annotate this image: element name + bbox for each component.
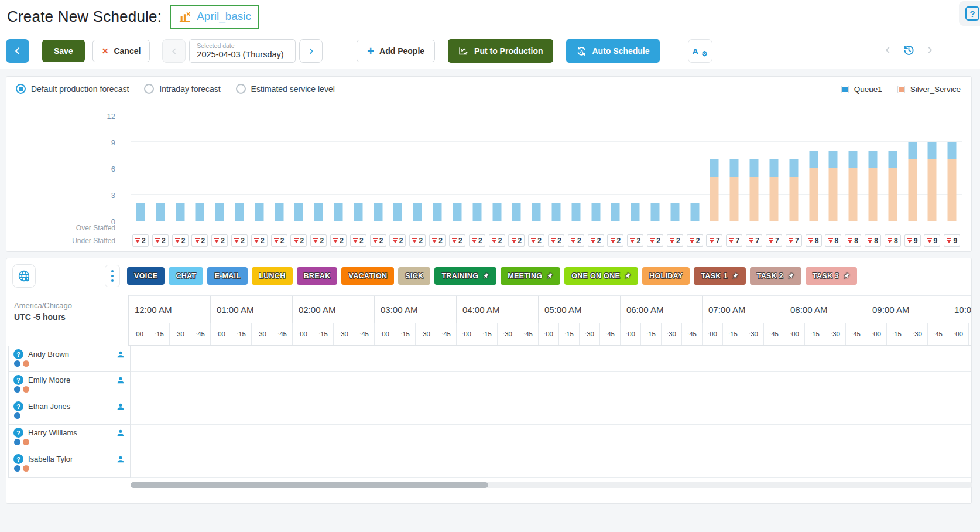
understaffed-cell[interactable]: 2 <box>271 234 287 247</box>
understaffed-cell[interactable]: 2 <box>330 234 347 247</box>
activity-holiday[interactable]: HOLIDAY <box>642 267 690 285</box>
activity-lunch[interactable]: LUNCH <box>252 267 292 285</box>
understaffed-cell[interactable]: 2 <box>389 234 406 247</box>
understaffed-cell[interactable]: 2 <box>370 234 386 247</box>
person-icon[interactable] <box>116 376 125 385</box>
understaffed-cell[interactable]: 9 <box>944 234 960 247</box>
understaffed-cell[interactable]: 7 <box>786 234 802 247</box>
activity-task-2[interactable]: TASK 2 <box>750 267 801 285</box>
employee-name-cell[interactable]: Isabella Tylor <box>8 451 131 478</box>
understaffed-cell[interactable]: 8 <box>825 234 841 247</box>
employee-name-cell[interactable]: Harry Williams <box>8 425 131 451</box>
legend-item-silver-service[interactable]: Silver_Service <box>897 85 961 94</box>
understaffed-cell[interactable]: 2 <box>231 234 248 247</box>
history-icon[interactable] <box>902 43 916 59</box>
activity-one-on-one[interactable]: ONE ON ONE <box>564 267 638 285</box>
employee-schedule-cell[interactable] <box>131 346 971 372</box>
understaffed-cell[interactable]: 2 <box>152 234 169 247</box>
activity-task-3[interactable]: TASK 3 <box>806 267 857 285</box>
person-icon[interactable] <box>116 402 125 411</box>
schedule-name-box[interactable]: April_basic <box>170 5 259 29</box>
activity-e-mail[interactable]: E-MAIL <box>207 267 248 285</box>
understaffed-cell[interactable]: 2 <box>687 234 703 247</box>
back-button[interactable] <box>6 39 29 63</box>
add-people-button[interactable]: Add People <box>357 40 435 62</box>
activity-sick[interactable]: SICK <box>398 267 430 285</box>
agent-settings-button[interactable] <box>688 39 712 63</box>
understaffed-cell[interactable]: 2 <box>627 234 643 247</box>
understaffed-cell[interactable]: 2 <box>409 234 426 247</box>
understaffed-cell[interactable]: 2 <box>290 234 307 247</box>
understaffed-cell[interactable]: 2 <box>548 234 564 247</box>
understaffed-cell[interactable]: 2 <box>350 234 366 247</box>
understaffed-cell[interactable]: 2 <box>647 234 663 247</box>
history-next-button[interactable] <box>926 46 934 56</box>
understaffed-cell[interactable]: 2 <box>588 234 604 247</box>
understaffed-cell[interactable]: 7 <box>706 234 722 247</box>
person-icon[interactable] <box>116 428 125 438</box>
employee-schedule-cell[interactable] <box>131 451 971 478</box>
understaffed-cell[interactable]: 8 <box>806 234 822 247</box>
employee-schedule-cell[interactable] <box>131 425 971 451</box>
auto-schedule-button[interactable]: A Auto Schedule <box>566 39 660 63</box>
employee-name-cell[interactable]: Andy Brown <box>8 346 131 372</box>
understaffed-cell[interactable]: 2 <box>568 234 584 247</box>
cancel-button[interactable]: Cancel <box>92 40 150 62</box>
employee-schedule-cell[interactable] <box>131 398 971 425</box>
question-icon[interactable] <box>13 401 23 411</box>
understaffed-cell[interactable]: 2 <box>172 234 189 247</box>
understaffed-cell[interactable]: 2 <box>508 234 525 247</box>
activity-chat[interactable]: CHAT <box>169 267 203 285</box>
more-options-button[interactable] <box>105 265 120 287</box>
person-icon[interactable] <box>116 455 125 464</box>
understaffed-cell[interactable]: 2 <box>429 234 446 247</box>
understaffed-cell[interactable]: 2 <box>211 234 228 247</box>
activity-break[interactable]: BREAK <box>297 267 338 285</box>
question-icon[interactable] <box>13 349 23 359</box>
save-button[interactable]: Save <box>42 40 85 62</box>
understaffed-cell[interactable]: 9 <box>904 234 921 247</box>
understaffed-cell[interactable]: 8 <box>865 234 881 247</box>
employee-schedule-cell[interactable] <box>131 372 971 398</box>
question-icon[interactable] <box>13 454 23 464</box>
understaffed-cell[interactable]: 2 <box>607 234 623 247</box>
put-to-production-button[interactable]: Put to Production <box>448 39 553 63</box>
forecast-option-default-production-forecast[interactable]: Default production forecast <box>16 84 129 94</box>
legend-item-queue1[interactable]: Queue1 <box>841 85 882 94</box>
help-button[interactable] <box>959 1 980 26</box>
scrollbar-thumb[interactable] <box>131 482 488 488</box>
previous-date-button[interactable] <box>162 39 186 63</box>
understaffed-cell[interactable]: 2 <box>449 234 465 247</box>
understaffed-cell[interactable]: 2 <box>310 234 327 247</box>
person-icon[interactable] <box>116 350 125 359</box>
understaffed-cell[interactable]: 2 <box>251 234 268 247</box>
employee-name-cell[interactable]: Emily Moore <box>8 372 131 398</box>
understaffed-cell[interactable]: 2 <box>191 234 208 247</box>
understaffed-cell[interactable]: 7 <box>766 234 782 247</box>
understaffed-cell[interactable]: 2 <box>489 234 505 247</box>
employee-name-cell[interactable]: Ethan Jones <box>8 398 131 425</box>
understaffed-cell[interactable]: 9 <box>924 234 940 247</box>
next-date-button[interactable] <box>299 39 323 63</box>
understaffed-cell[interactable]: 2 <box>667 234 683 247</box>
activity-voice[interactable]: VOICE <box>127 267 165 285</box>
understaffed-cell[interactable]: 2 <box>528 234 544 247</box>
question-icon[interactable] <box>13 375 23 385</box>
forecast-option-estimated-service-level[interactable]: Estimated service level <box>236 84 335 94</box>
selected-date-field[interactable]: Selected date 2025-04-03 (Thursday) <box>189 39 296 63</box>
activity-training[interactable]: TRAINING <box>434 267 496 285</box>
history-previous-button[interactable] <box>883 46 892 56</box>
understaffed-cell[interactable]: 8 <box>845 234 861 247</box>
activity-meeting[interactable]: MEETING <box>501 267 560 285</box>
understaffed-cell[interactable]: 7 <box>746 234 762 247</box>
understaffed-cell[interactable]: 2 <box>132 234 149 247</box>
understaffed-cell[interactable]: 7 <box>726 234 742 247</box>
activity-task-1[interactable]: TASK 1 <box>694 267 745 285</box>
question-icon[interactable] <box>13 428 23 438</box>
understaffed-cell[interactable]: 8 <box>885 234 901 247</box>
timezone-button[interactable] <box>12 264 36 288</box>
forecast-option-intraday-forecast[interactable]: Intraday forecast <box>144 84 220 94</box>
understaffed-cell[interactable]: 2 <box>469 234 485 247</box>
horizontal-scrollbar[interactable] <box>131 482 972 488</box>
activity-vacation[interactable]: VACATION <box>341 267 394 285</box>
